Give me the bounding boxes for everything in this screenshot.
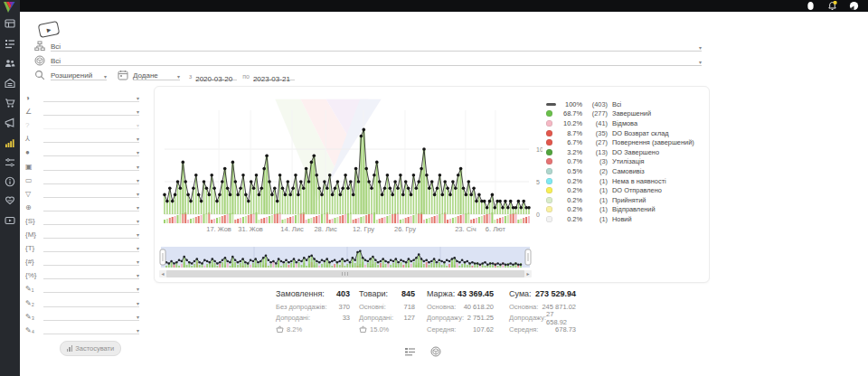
- dropdown-underline[interactable]: ▾: [43, 212, 139, 225]
- filter-category-dropdown[interactable]: Всі ▾: [34, 40, 702, 52]
- orders-list-icon[interactable]: [5, 38, 15, 49]
- dropdown-underline[interactable]: ▾: [43, 279, 139, 293]
- stat-sub-label: Допродані:: [276, 314, 310, 322]
- video-tutorial-button[interactable]: ▶: [38, 21, 61, 38]
- dropdown-underline[interactable]: ▾: [43, 321, 139, 334]
- filter-price-dropdown[interactable]: ▭▾: [25, 172, 139, 184]
- filter-product-type-dropdown[interactable]: ▣▾: [25, 158, 139, 171]
- dropdown-underline[interactable]: ▾: [43, 307, 139, 321]
- legend-item[interactable]: 0.2%(1)Новий: [546, 214, 705, 224]
- legend-item[interactable]: 0.2%(1)DO Отправлено: [546, 185, 705, 195]
- filter-var-x-dropdown[interactable]: {%}▾: [25, 267, 139, 279]
- filter-help-dropdown[interactable]: ?▾: [25, 117, 139, 129]
- filter-marketplace-dropdown[interactable]: ◑▾: [25, 89, 139, 102]
- oval-icon: ●: [25, 148, 43, 156]
- dropdown-underline[interactable]: ▾: [43, 239, 139, 252]
- filter-custom-2-dropdown[interactable]: ✎₂▾: [25, 295, 139, 307]
- dropdown-underline[interactable]: ▾: [43, 89, 139, 102]
- customers-icon[interactable]: [5, 58, 15, 69]
- filter-brand-dropdown[interactable]: ●▾: [25, 144, 139, 156]
- dropdown-underline[interactable]: ▾: [43, 184, 139, 198]
- filter-price-trend-dropdown[interactable]: ∠▾: [25, 103, 139, 116]
- legend-item[interactable]: 0.2%(1)Відправлений: [546, 205, 705, 215]
- settings-sliders-icon[interactable]: [5, 157, 15, 168]
- from-label: з: [189, 73, 192, 80]
- main-chart[interactable]: 051017. Жов31. Жов14. Лис28. Лис12. Гру2…: [156, 88, 542, 240]
- filter-funnel-dropdown[interactable]: ▽▾: [25, 185, 139, 198]
- filter-custom-4-dropdown[interactable]: ✎₄▾: [25, 322, 139, 334]
- chart-minimap[interactable]: [159, 246, 532, 269]
- legend-item[interactable]: 8.7%(35)DO Возврат склад: [546, 128, 705, 138]
- stat-sub-value: 127: [403, 314, 415, 322]
- dropdown-underline[interactable]: ▾: [43, 157, 139, 171]
- dropdown-underline[interactable]: ▾: [43, 198, 139, 212]
- dropdown-underline[interactable]: ▾: [43, 143, 139, 156]
- list-view-icon[interactable]: [404, 346, 416, 357]
- partners-icon[interactable]: [5, 195, 15, 206]
- stat-sub-value: 678.73: [555, 325, 576, 334]
- filter-structure-dropdown[interactable]: ⅄▾: [25, 130, 139, 143]
- legend-item[interactable]: 3.2%(13)DO Завершено: [546, 147, 705, 157]
- dropdown-underline[interactable]: ▾: [43, 116, 139, 129]
- dropdown-underline[interactable]: ▾: [43, 129, 139, 143]
- braces-t-icon: {T}: [25, 244, 43, 252]
- app-logo[interactable]: [3, 1, 17, 14]
- legend-item[interactable]: 0.7%(3)Утилізація: [546, 157, 705, 167]
- chevron-down-icon[interactable]: ▾: [699, 45, 702, 51]
- chevron-down-icon[interactable]: ▾: [699, 60, 702, 65]
- dashboard-icon[interactable]: [5, 18, 15, 29]
- filter-var-m-dropdown[interactable]: {M}▾: [25, 226, 139, 239]
- legend-dot-swatch: [546, 178, 558, 184]
- cart-icon[interactable]: [5, 98, 15, 108]
- notifications-bell-icon[interactable]: [827, 1, 837, 11]
- apply-button[interactable]: Застосувати: [60, 341, 121, 356]
- scroll-right-icon[interactable]: ▸: [524, 270, 532, 277]
- legend-item[interactable]: 0.2%(1)Нема в наявності: [546, 176, 705, 186]
- filter-custom-1-dropdown[interactable]: ✎₁▾: [25, 280, 139, 293]
- date-from-input[interactable]: 2020-03-20: [195, 69, 237, 80]
- legend-item[interactable]: 0.2%(1)Прийнятий: [546, 195, 705, 205]
- filter-var-s-dropdown[interactable]: {S}▾: [25, 212, 139, 225]
- stat-sub-value: 370: [338, 303, 350, 311]
- legend-item[interactable]: 100%(403)Всі: [546, 99, 705, 109]
- video-tutorials-icon[interactable]: [5, 215, 15, 226]
- legend-item[interactable]: 0.5%(2)Самовивіз: [546, 166, 705, 176]
- analytics-chart-icon[interactable]: [5, 137, 15, 148]
- dropdown-underline[interactable]: ▾: [43, 102, 139, 116]
- warehouse-icon[interactable]: [5, 78, 15, 89]
- globe-wire-icon: ⊕: [25, 203, 43, 212]
- filter-custom-3-dropdown[interactable]: ✎₃▾: [25, 308, 139, 321]
- dropdown-underline[interactable]: ▾: [43, 266, 139, 279]
- dropdown-underline[interactable]: ▾: [43, 252, 139, 266]
- package-view-icon[interactable]: [430, 346, 441, 357]
- filter-product-dropdown[interactable]: Всі ▾: [34, 54, 702, 66]
- scroll-left-icon[interactable]: ◂: [159, 270, 166, 277]
- legend-item[interactable]: 6.7%(27)Повернення (завершений): [546, 137, 705, 147]
- scrollbar-thumb[interactable]: [166, 270, 524, 277]
- chevron-down-icon: ▾: [137, 192, 139, 197]
- search-mode-dropdown[interactable]: Розширений ▾: [51, 69, 107, 80]
- profile-avatar-icon[interactable]: [806, 1, 816, 11]
- chevron-down-icon: ▾: [137, 259, 139, 265]
- category-value: Всі: [51, 42, 61, 51]
- legend-dot-swatch: [546, 110, 558, 117]
- legend-item[interactable]: 10.2%(41)Відмова: [546, 118, 705, 128]
- account-icon[interactable]: [849, 1, 859, 11]
- filter-var-h-dropdown[interactable]: {#}▾: [25, 253, 139, 266]
- dropdown-underline[interactable]: ▾: [43, 225, 139, 239]
- search-date-row: Розширений ▾ Додане ▾ з 2020-03-20 по 20…: [34, 69, 295, 80]
- braces-hash-icon: {#}: [25, 258, 43, 266]
- dropdown-underline[interactable]: ▾: [43, 171, 139, 184]
- info-icon[interactable]: [5, 176, 15, 187]
- chart-scrollbar[interactable]: ◂ ▸: [159, 270, 532, 277]
- legend-item[interactable]: 68.7%(277)Завершений: [546, 109, 705, 119]
- app-root: ▶ Всі ▾ Всі ▾ Розширений ▾: [0, 0, 868, 376]
- date-to-input[interactable]: 2023-03-21: [253, 69, 295, 80]
- chevron-down-icon: ▾: [137, 232, 139, 238]
- filter-website-dropdown[interactable]: ⊕▾: [25, 199, 139, 212]
- marketing-megaphone-icon[interactable]: [5, 118, 15, 128]
- filter-var-t-dropdown[interactable]: {T}▾: [25, 240, 139, 252]
- date-field-dropdown[interactable]: Додане ▾: [133, 69, 180, 80]
- dropdown-underline[interactable]: ▾: [43, 294, 139, 307]
- search-icon[interactable]: [34, 70, 45, 80]
